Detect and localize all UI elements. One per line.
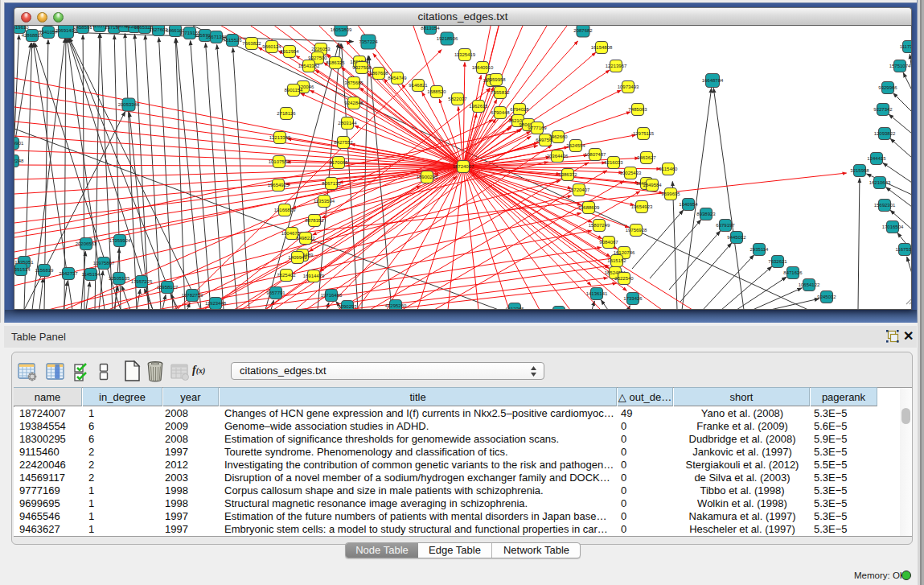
svg-text:20053346: 20053346: [118, 102, 140, 107]
svg-text:7386372: 7386372: [558, 172, 577, 177]
svg-text:19756928: 19756928: [626, 228, 647, 233]
svg-text:12213369: 12213369: [269, 135, 291, 140]
svg-text:1419610: 1419610: [14, 26, 29, 30]
svg-text:17359924: 17359924: [109, 238, 131, 243]
svg-text:6379197: 6379197: [716, 223, 735, 228]
svg-text:1409949: 1409949: [288, 255, 307, 260]
svg-text:8427552: 8427552: [334, 140, 353, 145]
svg-text:3624554: 3624554: [566, 143, 585, 148]
svg-text:16914479: 16914479: [303, 274, 325, 278]
svg-text:9227342: 9227342: [873, 107, 893, 112]
svg-text:12093822: 12093822: [874, 131, 896, 136]
svg-text:9170065: 9170065: [329, 160, 348, 165]
svg-text:7515526: 7515526: [223, 38, 242, 43]
svg-text:11923448: 11923448: [205, 301, 227, 306]
svg-text:16648784: 16648784: [702, 78, 724, 83]
svg-text:2935114: 2935114: [750, 247, 770, 252]
svg-text:9084067: 9084067: [599, 240, 618, 245]
svg-text:9660124: 9660124: [262, 44, 281, 49]
svg-text:1733426: 1733426: [623, 296, 643, 301]
svg-text:3215958: 3215958: [850, 168, 869, 173]
svg-text:9329966: 9329966: [878, 85, 897, 90]
svg-text:1588520: 1588520: [427, 89, 446, 94]
svg-text:15900295: 15900295: [417, 175, 438, 179]
svg-text:16782759: 16782759: [182, 293, 203, 298]
svg-text:9777169: 9777169: [528, 126, 547, 130]
svg-text:19716485: 19716485: [321, 293, 343, 298]
svg-text:2087682: 2087682: [573, 28, 593, 33]
svg-text:2942737: 2942737: [59, 271, 78, 276]
svg-text:10872248: 10872248: [14, 159, 24, 163]
svg-text:8090293: 8090293: [338, 304, 357, 309]
svg-text:6794028: 6794028: [510, 107, 529, 112]
svg-text:6790448: 6790448: [491, 110, 510, 115]
svg-text:15807249: 15807249: [589, 223, 610, 228]
svg-text:9657791: 9657791: [266, 290, 285, 295]
svg-text:11325419: 11325419: [454, 52, 476, 57]
svg-text:3875685: 3875685: [344, 80, 363, 85]
svg-text:5498222: 5498222: [296, 236, 315, 241]
svg-text:8901154: 8901154: [285, 88, 304, 93]
svg-text:4612365: 4612365: [505, 307, 524, 310]
svg-text:2522540: 2522540: [614, 276, 634, 281]
svg-text:7959958: 7959958: [487, 77, 506, 82]
svg-text:14136141: 14136141: [586, 291, 608, 296]
svg-text:8912954: 8912954: [280, 49, 299, 54]
svg-text:7632621: 7632621: [768, 259, 787, 264]
svg-text:11353594: 11353594: [314, 199, 335, 204]
svg-text:10807487: 10807487: [585, 152, 606, 157]
svg-text:2718126: 2718126: [277, 111, 296, 116]
svg-text:1362615: 1362615: [469, 104, 488, 109]
svg-text:7462660: 7462660: [548, 134, 568, 139]
svg-text:9445012: 9445012: [727, 235, 746, 240]
svg-text:15751074: 15751074: [889, 64, 911, 68]
svg-text:10025433: 10025433: [620, 171, 642, 175]
svg-text:7663822: 7663822: [242, 41, 261, 46]
svg-text:7955812: 7955812: [491, 90, 510, 95]
svg-text:9463627: 9463627: [637, 155, 656, 160]
svg-text:8186325: 8186325: [326, 60, 345, 65]
svg-text:10688609: 10688609: [578, 205, 600, 210]
svg-text:8454749: 8454749: [388, 76, 407, 80]
svg-text:19218506: 19218506: [437, 36, 458, 41]
svg-text:1391514: 1391514: [14, 267, 31, 272]
svg-text:9699695: 9699695: [661, 192, 680, 196]
svg-text:10107552: 10107552: [269, 159, 290, 164]
svg-text:10973493: 10973493: [618, 84, 639, 89]
svg-text:17016504: 17016504: [882, 225, 904, 229]
svg-text:19654925: 19654925: [268, 183, 290, 187]
svg-text:8878352: 8878352: [305, 218, 324, 223]
svg-text:2867608: 2867608: [369, 71, 388, 76]
svg-text:18640910: 18640910: [472, 65, 494, 70]
svg-text:8471626: 8471626: [783, 270, 803, 275]
svg-text:1167533: 1167533: [896, 247, 912, 252]
svg-text:5822037: 5822037: [448, 97, 467, 101]
svg-text:15692301: 15692301: [874, 203, 896, 208]
svg-text:89089901: 89089901: [14, 141, 24, 146]
svg-text:6216033: 6216033: [604, 160, 623, 165]
svg-text:19166829: 19166829: [274, 208, 296, 212]
svg-text:8267130: 8267130: [322, 181, 341, 186]
svg-text:1849584: 1849584: [643, 183, 662, 187]
svg-text:18724007: 18724007: [453, 164, 474, 169]
svg-text:16053809: 16053809: [331, 27, 352, 32]
svg-text:16210643: 16210643: [869, 180, 891, 185]
svg-text:20206563: 20206563: [76, 241, 97, 246]
svg-text:12505135: 12505135: [109, 276, 130, 281]
svg-text:16154808: 16154808: [591, 45, 613, 50]
svg-text:10654122: 10654122: [799, 282, 820, 287]
svg-text:7485063: 7485063: [628, 107, 647, 112]
svg-text:20364436: 20364436: [547, 154, 569, 159]
svg-text:1156819: 1156819: [35, 268, 55, 273]
svg-text:17957225: 17957225: [131, 279, 153, 284]
svg-text:7357224: 7357224: [359, 39, 378, 44]
svg-text:9242848: 9242848: [344, 101, 363, 105]
svg-text:8813054: 8813054: [421, 26, 440, 31]
svg-text:1640954: 1640954: [679, 202, 698, 207]
svg-text:9146821: 9146821: [409, 83, 428, 88]
svg-text:9245012: 9245012: [817, 295, 836, 299]
svg-text:10543382: 10543382: [298, 64, 320, 68]
svg-text:12975115: 12975115: [633, 131, 655, 136]
svg-text:2226053: 2226053: [311, 47, 331, 51]
svg-text:7625402: 7625402: [277, 273, 296, 278]
